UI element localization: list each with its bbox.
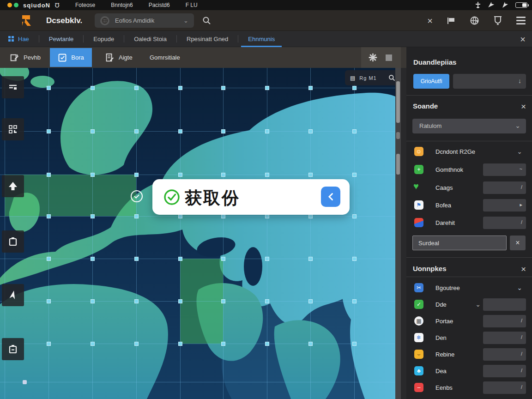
qr-tool-button[interactable] (2, 118, 24, 140)
layer-row-darehit[interactable]: Darehit / (412, 215, 526, 231)
map-search-chip[interactable]: ▤ Rg M1 (345, 70, 399, 85)
grid-handle[interactable] (134, 173, 139, 177)
layer-row-caags[interactable]: ♥ Caags / (412, 180, 526, 196)
close-icon[interactable]: × (427, 16, 433, 25)
grid-handle[interactable] (47, 86, 51, 90)
grid-handle[interactable] (178, 299, 182, 303)
grid-handle[interactable] (265, 173, 269, 177)
grid-handle[interactable] (91, 257, 95, 261)
grid-handle[interactable] (308, 342, 313, 346)
grid-handle[interactable] (265, 214, 269, 218)
grid-handle[interactable] (178, 86, 182, 90)
grid-handle[interactable] (352, 129, 357, 133)
layer-action-box[interactable] (483, 298, 526, 311)
grid-handle[interactable] (308, 173, 313, 177)
grid-handle[interactable] (134, 299, 139, 303)
grid-handle[interactable] (265, 86, 269, 90)
grid-handle[interactable] (352, 299, 357, 303)
grid-handle[interactable] (91, 129, 95, 133)
layer-row-portae[interactable]: ▦ Portae / (412, 314, 526, 329)
scene-selector-dropdown[interactable]: Eofios Amdidik ⌄ (95, 13, 194, 28)
layer-row-rebine[interactable]: ⌣ Rebine / (412, 347, 526, 363)
grid-handle[interactable] (352, 214, 357, 218)
layer-action-box[interactable]: / (483, 315, 526, 327)
chevron-down-icon[interactable]: ⌄ (517, 148, 522, 155)
tab-eopude[interactable]: Eopude (84, 31, 124, 47)
input-clear-icon[interactable]: × (510, 236, 526, 250)
scrollbar-thumb[interactable] (396, 81, 400, 123)
grid-handle[interactable] (178, 129, 182, 133)
chevron-down-icon[interactable]: ⌄ (517, 284, 522, 291)
menu-item-2[interactable]: Bnntojn6 (111, 2, 133, 8)
grid-handle[interactable] (221, 129, 225, 133)
grid-handle[interactable] (221, 299, 225, 303)
grid-handle[interactable] (308, 129, 313, 133)
search-icon[interactable] (202, 16, 211, 27)
grid-handle[interactable] (91, 86, 95, 90)
tab-ehnmunis-active[interactable]: Ehnmunis (238, 31, 284, 47)
grid-handle[interactable] (308, 299, 313, 303)
menu-item-1[interactable]: Foteose (75, 2, 95, 8)
map-popup-card[interactable]: 获取份 (152, 179, 350, 215)
grid-handle[interactable] (265, 299, 269, 303)
templates-close-icon[interactable]: × (521, 265, 526, 273)
grid-handle[interactable] (178, 257, 182, 261)
tabbar-close-icon[interactable]: × (520, 35, 526, 44)
grid-handle[interactable] (47, 299, 51, 303)
grid-handle[interactable] (308, 214, 313, 218)
grid-handle[interactable] (352, 86, 357, 90)
grid-handle[interactable] (47, 342, 51, 346)
layer-action-box[interactable]: / (483, 332, 526, 344)
layer-action-box[interactable]: / (483, 365, 526, 377)
mode-button-aigte[interactable]: Aigte (102, 47, 135, 68)
back-button[interactable] (321, 187, 340, 207)
layer-row-bgoutree[interactable]: ✂ Bgoutree ⌄ (412, 280, 526, 296)
grid-handle[interactable] (178, 342, 182, 346)
grid-handle[interactable] (23, 380, 27, 384)
grid-handle[interactable] (91, 299, 95, 303)
grid-handle[interactable] (91, 173, 95, 177)
scrollbar-thumb[interactable] (396, 154, 400, 175)
layer-row-gomthnok[interactable]: + Gomthnok ~ (412, 162, 526, 178)
grid-handle[interactable] (265, 342, 269, 346)
grid-handle[interactable] (178, 214, 182, 218)
grid-handle[interactable] (352, 257, 357, 261)
menu-item-3[interactable]: Pacistd6 (149, 2, 170, 8)
menu-item-4[interactable]: F LU (186, 2, 198, 8)
layer-row-dea[interactable]: ♣ Dea / (412, 363, 526, 379)
scrollbar-thumb[interactable] (396, 132, 400, 139)
layer-row-den[interactable]: ❄ Den / (412, 330, 526, 346)
grid-handle[interactable] (352, 342, 357, 346)
grid-handle[interactable] (47, 214, 51, 218)
grid-handle[interactable] (47, 129, 51, 133)
grid-handle[interactable] (91, 342, 95, 346)
layer-row-bofea[interactable]: ⚑ Bofea ▸ (412, 198, 526, 213)
grid-handle[interactable] (308, 257, 313, 261)
grid-handle[interactable] (134, 86, 139, 90)
grid-handle[interactable] (221, 214, 225, 218)
clipboard-minus-tool-button[interactable] (2, 338, 24, 360)
grid-handle[interactable] (308, 86, 313, 90)
grid-handle[interactable] (47, 173, 51, 177)
grid-handle[interactable] (221, 257, 225, 261)
chevron-down-icon[interactable]: ⌄ (475, 301, 481, 308)
layer-action-box[interactable]: / (483, 217, 526, 229)
flag-icon[interactable] (447, 17, 456, 25)
canvas-scrollbar[interactable] (395, 68, 401, 399)
layer-row-eenbs[interactable]: – Eenbs / (412, 380, 526, 396)
mode-button-bora-active[interactable]: Bora (50, 48, 92, 67)
mode-button-pevhb[interactable]: Pevhb (6, 47, 43, 68)
surdeal-input[interactable] (412, 236, 507, 250)
layer-row-dde[interactable]: ✓ Dde ⌄ (412, 297, 526, 313)
grid-handle[interactable] (47, 257, 51, 261)
grid-handle[interactable] (134, 214, 139, 218)
grid-handle[interactable] (221, 173, 225, 177)
grid-handle[interactable] (178, 173, 182, 177)
sounds-close-icon[interactable]: × (521, 102, 526, 111)
grid-handle[interactable] (134, 257, 139, 261)
mode-button-gomrsitiale[interactable]: Gomrsitiale (147, 47, 183, 68)
grid-handle[interactable] (134, 129, 139, 133)
map-canvas[interactable]: ▤ Rg M1 获取份 (0, 68, 401, 399)
plug-shield-icon[interactable] (493, 16, 502, 25)
grid-handle[interactable] (265, 257, 269, 261)
